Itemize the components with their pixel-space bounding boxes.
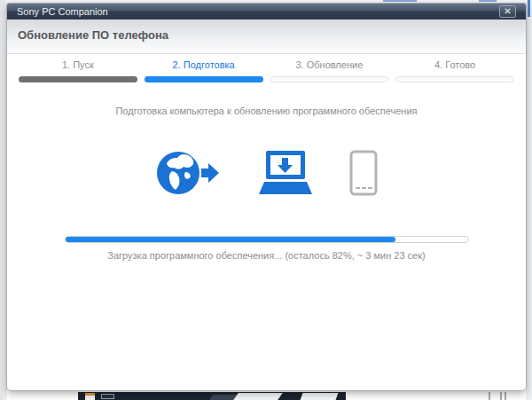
step-progress-bar: [270, 76, 389, 82]
progress-fill: [66, 237, 395, 242]
step-start: 1. Пуск: [19, 59, 137, 82]
background-image-fragment: [301, 393, 339, 400]
dialog-content: 1. Пуск 2. Подготовка 3. Обновление 4. Г…: [7, 53, 526, 390]
step-label: 4. Готово: [395, 59, 514, 70]
background-window-title-fragment: [479, 0, 497, 2]
progress-bar: [65, 236, 469, 243]
phone-icon: [349, 150, 378, 200]
status-subtitle: Подготовка компьютера к обновлению прогр…: [7, 106, 526, 116]
laptop-download-icon: [257, 150, 312, 200]
transfer-illustration: [7, 150, 526, 198]
step-preparation: 2. Подготовка: [145, 59, 263, 82]
step-progress-bar: [19, 76, 137, 82]
update-dialog: Sony PC Companion ✕ Обновление ПО телефо…: [6, 3, 527, 391]
background-image-fragment: [233, 393, 283, 400]
step-label: 2. Подготовка: [145, 59, 263, 70]
background-window-title-fragment: [383, 0, 417, 2]
background-tiny-icon: [85, 393, 95, 400]
background-tiny-icon: [101, 394, 114, 399]
step-update: 3. Обновление: [270, 59, 389, 82]
step-progress-bar: [395, 76, 514, 82]
step-label: 3. Обновление: [270, 59, 389, 70]
background-window-border-line: [505, 392, 506, 400]
page-title: Обновление ПО телефона: [18, 28, 526, 42]
step-label: 1. Пуск: [19, 59, 137, 70]
globe-arrow-icon: [156, 150, 220, 200]
step-finish: 4. Готово: [395, 59, 514, 82]
wizard-steps: 1. Пуск 2. Подготовка 3. Обновление 4. Г…: [19, 59, 514, 82]
titlebar[interactable]: Sony PC Companion ✕: [7, 4, 526, 20]
background-window-corner-fragment: [528, 0, 530, 17]
background-window-bottom-fragment: [78, 392, 346, 400]
background-window-right-edge: [526, 0, 532, 400]
close-icon[interactable]: ✕: [499, 5, 516, 18]
dialog-header: Обновление ПО телефона: [7, 20, 526, 53]
background-window-border-line: [489, 392, 490, 400]
step-progress-bar: [145, 76, 263, 82]
window-title: Sony PC Companion: [17, 6, 108, 17]
progress-status-text: Загрузка программного обеспечения... (ос…: [7, 250, 526, 261]
background-window-border-line: [500, 392, 502, 400]
